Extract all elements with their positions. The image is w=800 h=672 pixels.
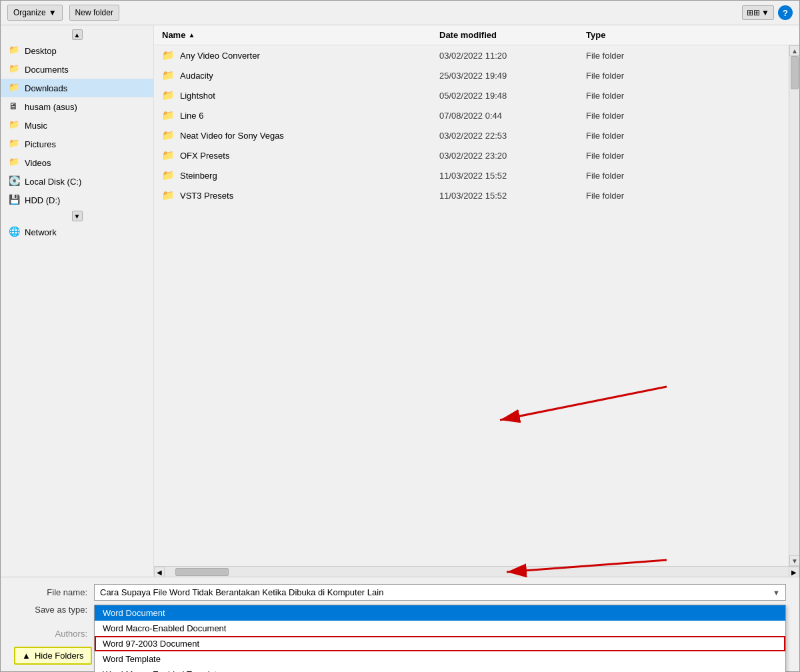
sidebar-item-desktop[interactable]: 📁 Desktop: [1, 41, 153, 60]
table-row[interactable]: 📁 Any Video Converter 03/02/2022 11:20 F…: [154, 45, 799, 65]
file-name-cell: 📁 Neat Video for Sony Vegas: [154, 128, 434, 143]
localc-drive-icon: 💽: [9, 175, 21, 187]
table-row[interactable]: 📁 Neat Video for Sony Vegas 03/02/2022 2…: [154, 125, 799, 145]
sidebar-item-network[interactable]: 🌐 Network: [1, 223, 153, 241]
sidebar-scroll-down-button[interactable]: ▼: [72, 211, 83, 221]
sidebar-item-music[interactable]: 📁 Music: [1, 116, 153, 135]
sidebar-item-label-hddd: HDD (D:): [25, 195, 60, 205]
file-date: 11/03/2022 15:52: [434, 189, 581, 202]
column-name[interactable]: Name ▲: [154, 28, 434, 42]
row-folder-icon: 📁: [162, 89, 175, 101]
vertical-scrollbar[interactable]: ▲ ▼: [789, 45, 799, 566]
save-as-type-dropdown[interactable]: Word Document ▼ Word Document Word Macro…: [94, 605, 786, 621]
dropdown-item-label: Word 97-2003 Document: [103, 639, 199, 649]
sidebar-item-label-desktop: Desktop: [25, 46, 57, 56]
file-name-row: File name: Cara Supaya File Word Tidak B…: [14, 584, 786, 601]
sidebar-scroll-up-button[interactable]: ▲: [72, 29, 83, 40]
scroll-down-arrow[interactable]: ▼: [789, 555, 799, 566]
sidebar-item-label-husam: husam (asus): [25, 102, 77, 112]
file-type: File folder: [581, 89, 799, 102]
sidebar-item-label-downloads: Downloads: [25, 83, 67, 93]
table-row[interactable]: 📁 OFX Presets 03/02/2022 23:20 File fold…: [154, 145, 799, 165]
sidebar-item-label-videos: Videos: [25, 158, 51, 168]
toolbar: Organize ▼ New folder ⊞⊞ ▼ ?: [1, 1, 799, 25]
file-date: 03/02/2022 22:53: [434, 129, 581, 142]
view-button[interactable]: ⊞⊞ ▼: [742, 5, 774, 20]
file-date: 11/03/2022 15:52: [434, 169, 581, 182]
file-type: File folder: [581, 149, 799, 162]
horizontal-scrollbar-track[interactable]: [165, 567, 789, 577]
sidebar-item-label-network: Network: [25, 227, 57, 237]
save-as-type-label: Save as type:: [14, 605, 94, 615]
sidebar-item-documents[interactable]: 📁 Documents: [1, 60, 153, 79]
file-date: 05/02/2022 19:48: [434, 89, 581, 102]
new-folder-button[interactable]: New folder: [69, 5, 119, 21]
file-type: File folder: [581, 169, 799, 182]
dropdown-item-word-macro-template[interactable]: Word Macro-Enabled Template: [95, 667, 785, 672]
table-row[interactable]: 📁 Lightshot 05/02/2022 19:48 File folder: [154, 85, 799, 105]
scroll-up-arrow[interactable]: ▲: [789, 45, 799, 56]
scroll-left-arrow[interactable]: ◀: [154, 567, 165, 577]
organize-button[interactable]: Organize ▼: [7, 5, 63, 21]
hide-folders-button[interactable]: ▲ Hide Folders: [14, 647, 92, 665]
file-name-cell: 📁 Any Video Converter: [154, 48, 434, 63]
file-name-cell: 📁 VST3 Presets: [154, 188, 434, 203]
file-name: Steinberg: [180, 171, 217, 181]
file-list-container: Name ▲ Date modified Type 📁 Any Video Co…: [154, 25, 799, 577]
row-folder-icon: 📁: [162, 69, 175, 81]
file-name-value: Cara Supaya File Word Tidak Berantakan K…: [100, 587, 383, 597]
downloads-folder-icon: 📁: [9, 82, 21, 94]
file-name: Any Video Converter: [180, 51, 260, 61]
organize-dropdown-arrow: ▼: [49, 8, 57, 17]
file-name: Line 6: [180, 111, 203, 121]
horizontal-scrollbar[interactable]: ◀ ▶: [154, 566, 799, 577]
file-name: VST3 Presets: [180, 191, 233, 201]
dropdown-item-word-macro[interactable]: Word Macro-Enabled Document: [95, 621, 785, 636]
view-dropdown-arrow: ▼: [761, 8, 769, 17]
dropdown-item-word-97-2003[interactable]: Word 97-2003 Document: [95, 636, 785, 651]
file-name-cell: 📁 Lightshot: [154, 88, 434, 103]
sidebar-item-pictures[interactable]: 📁 Pictures: [1, 135, 153, 153]
sidebar-item-videos[interactable]: 📁 Videos: [1, 153, 153, 172]
row-folder-icon: 📁: [162, 129, 175, 141]
column-name-label: Name: [162, 30, 185, 40]
column-type-label: Type: [586, 30, 605, 40]
column-date[interactable]: Date modified: [434, 28, 581, 42]
file-name-label: File name:: [14, 587, 94, 597]
table-row[interactable]: 📁 Audacity 25/03/2022 19:49 File folder: [154, 65, 799, 85]
file-type: File folder: [581, 189, 799, 202]
dropdown-item-word-template[interactable]: Word Template: [95, 651, 785, 667]
row-folder-icon: 📁: [162, 169, 175, 181]
help-button[interactable]: ?: [778, 5, 793, 20]
pictures-folder-icon: 📁: [9, 138, 21, 150]
documents-folder-icon: 📁: [9, 63, 21, 75]
dropdown-item-word-doc[interactable]: Word Document: [95, 605, 785, 621]
row-folder-icon: 📁: [162, 189, 175, 201]
sidebar-item-husam[interactable]: 🖥 husam (asus): [1, 97, 153, 116]
file-name-dropdown-arrow: ▼: [773, 589, 780, 597]
sidebar-item-downloads[interactable]: 📁 Downloads: [1, 79, 153, 97]
sidebar-item-hddd[interactable]: 💾 HDD (D:): [1, 191, 153, 209]
horizontal-scrollbar-thumb[interactable]: [175, 568, 229, 576]
scrollbar-track[interactable]: [789, 56, 799, 555]
column-type[interactable]: Type: [581, 28, 799, 42]
sidebar: ▲ 📁 Desktop 📁 Documents 📁 Downloads 🖥 hu…: [1, 25, 154, 577]
scroll-right-arrow[interactable]: ▶: [789, 567, 799, 577]
file-name-cell: 📁 Line 6: [154, 108, 434, 123]
table-row[interactable]: 📁 Line 6 07/08/2022 0:44 File folder: [154, 105, 799, 125]
sidebar-item-localc[interactable]: 💽 Local Disk (C:): [1, 172, 153, 191]
file-list-header: Name ▲ Date modified Type: [154, 25, 799, 45]
table-row[interactable]: 📁 VST3 Presets 11/03/2022 15:52 File fol…: [154, 185, 799, 205]
row-folder-icon: 📁: [162, 49, 175, 61]
table-row[interactable]: 📁 Steinberg 11/03/2022 15:52 File folder: [154, 165, 799, 185]
file-name: Neat Video for Sony Vegas: [180, 131, 284, 141]
file-name-input[interactable]: Cara Supaya File Word Tidak Berantakan K…: [94, 584, 786, 601]
file-date: 03/02/2022 23:20: [434, 149, 581, 162]
scrollbar-thumb[interactable]: [791, 56, 799, 89]
authors-label: Authors:: [14, 629, 94, 639]
hddd-drive-icon: 💾: [9, 194, 21, 206]
file-type: File folder: [581, 129, 799, 142]
view-icon: ⊞⊞: [747, 8, 760, 17]
music-folder-icon: 📁: [9, 119, 21, 131]
dropdown-item-label: Word Macro-Enabled Template: [103, 669, 222, 672]
